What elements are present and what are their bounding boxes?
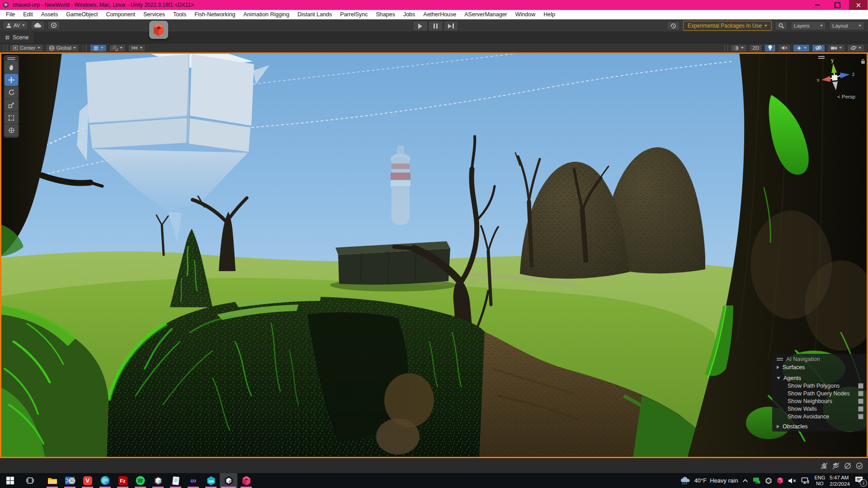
minimize-button[interactable] xyxy=(808,0,826,10)
menu-item-assets[interactable]: Assets xyxy=(37,11,62,18)
show-neighbours-checkbox[interactable] xyxy=(858,399,863,404)
gizmos-dropdown[interactable] xyxy=(847,44,864,52)
close-button[interactable] xyxy=(849,0,867,10)
check-circle-icon[interactable] xyxy=(855,462,863,470)
layers-disabled-icon[interactable] xyxy=(832,462,840,470)
effects-dropdown[interactable] xyxy=(793,44,810,52)
scene-render xyxy=(0,52,868,458)
scale-tool[interactable] xyxy=(5,99,18,111)
show-path-polygons-checkbox[interactable] xyxy=(858,383,863,389)
account-dropdown[interactable]: AV xyxy=(3,21,28,30)
panel-drag-handle[interactable] xyxy=(777,357,783,362)
menu-item-distant-lands[interactable]: Distant Lands xyxy=(293,11,336,18)
maximize-button[interactable] xyxy=(828,0,846,10)
chevron-down-icon xyxy=(140,47,142,49)
volume-muted-icon[interactable] xyxy=(788,478,797,484)
tray-remote-icon[interactable] xyxy=(753,477,760,484)
grid-magnet-icon xyxy=(112,45,118,51)
menu-item-help[interactable]: Help xyxy=(539,11,559,18)
draw-mode-dropdown[interactable] xyxy=(730,44,747,52)
menu-item-aservermanager[interactable]: AServerManager xyxy=(460,11,511,18)
orientation-mode-dropdown[interactable]: Global xyxy=(46,44,79,52)
layers-dropdown[interactable]: Layers xyxy=(791,21,826,30)
start-button[interactable] xyxy=(0,473,20,488)
taskbar-app-spotify[interactable] xyxy=(132,473,149,488)
menu-item-shapes[interactable]: Shapes xyxy=(372,11,399,18)
taskbar-app-mail[interactable]: 32 xyxy=(61,473,79,488)
pivot-mode-dropdown[interactable]: Center xyxy=(9,44,43,52)
overlay-drag-handle[interactable] xyxy=(4,57,19,60)
show-walls-checkbox[interactable] xyxy=(858,406,863,412)
rect-tool[interactable] xyxy=(5,112,18,124)
taskbar-app-notepad[interactable] xyxy=(167,473,184,488)
transform-tool[interactable] xyxy=(5,124,18,136)
taskbar-app-file-explorer[interactable] xyxy=(43,473,61,488)
pause-button[interactable] xyxy=(428,21,443,31)
taskbar-app-rider[interactable] xyxy=(237,473,255,488)
experimental-packages-button[interactable]: Experimental Packages In Use xyxy=(683,21,772,31)
custom-tool-cube-button[interactable] xyxy=(149,21,168,39)
show-path-query-nodes-checkbox[interactable] xyxy=(858,391,863,396)
version-control-button[interactable] xyxy=(47,21,60,30)
menu-item-parrelsync[interactable]: ParrelSync xyxy=(336,11,372,18)
taskbar-app-visual-studio[interactable]: ∞ xyxy=(184,473,202,488)
tab-scene[interactable]: Scene xyxy=(0,32,34,43)
show-avoidance-checkbox[interactable] xyxy=(858,414,863,419)
projection-label[interactable]: < Persp xyxy=(837,94,855,99)
layout-dropdown[interactable]: Layout xyxy=(829,21,864,30)
menu-item-gameobject[interactable]: GameObject xyxy=(62,11,102,18)
menu-item-edit[interactable]: Edit xyxy=(19,11,37,18)
debugger-disabled-icon[interactable] xyxy=(820,462,828,470)
search-button[interactable] xyxy=(775,21,788,30)
tray-expand-chevron-icon[interactable] xyxy=(742,479,748,483)
gizmo-lock-icon[interactable] xyxy=(861,59,865,64)
toolbar-drag-handle[interactable] xyxy=(4,45,7,51)
sync-disabled-icon[interactable] xyxy=(844,462,852,470)
menu-item-fish-networking[interactable]: Fish-Networking xyxy=(190,11,239,18)
gizmo-overlay-handle[interactable] xyxy=(818,55,825,60)
menu-item-component[interactable]: Component xyxy=(102,11,139,18)
taskbar-app-unity-editor[interactable] xyxy=(220,473,237,488)
surfaces-foldout[interactable]: Surfaces xyxy=(772,363,867,371)
menu-item-tools[interactable]: Tools xyxy=(169,11,190,18)
language-indicator[interactable]: ENG NO xyxy=(814,475,825,487)
taskbar-clock[interactable]: 5:47 AM 2/2/2024 xyxy=(830,474,850,487)
tray-unity-icon[interactable] xyxy=(765,477,772,484)
snap-settings-button[interactable] xyxy=(109,44,126,52)
weather-widget[interactable]: 40°F Heavy rain xyxy=(680,477,738,485)
2d-mode-toggle[interactable]: 2D xyxy=(749,44,762,52)
tray-rider-icon[interactable] xyxy=(777,477,783,484)
camera-settings-dropdown[interactable] xyxy=(827,44,845,52)
menu-item-services[interactable]: Services xyxy=(139,11,169,18)
menu-item-aetherhouse[interactable]: AetherHouse xyxy=(419,11,460,18)
scene-visibility-toggle[interactable] xyxy=(812,44,825,52)
clock-time: 5:47 AM xyxy=(830,474,850,481)
rotate-tool[interactable] xyxy=(5,86,18,99)
menu-item-file[interactable]: File xyxy=(2,11,19,18)
taskbar-app-vivaldi[interactable]: V xyxy=(79,473,96,488)
agents-foldout[interactable]: Agents xyxy=(772,374,867,382)
taskbar-app-filezilla[interactable]: Fz xyxy=(114,473,132,488)
taskbar-app-edge[interactable] xyxy=(96,473,114,488)
move-tool[interactable] xyxy=(5,74,18,86)
taskbar-app-unity-hub[interactable] xyxy=(149,473,167,488)
cloud-services-button[interactable] xyxy=(31,21,45,30)
obstacles-foldout[interactable]: Obstacles xyxy=(772,422,867,431)
grid-visibility-toggle[interactable] xyxy=(90,44,107,52)
menu-item-jobs[interactable]: Jobs xyxy=(399,11,419,18)
toolbar-drag-handle[interactable] xyxy=(724,45,728,51)
task-view-button[interactable] xyxy=(20,473,40,488)
step-button[interactable] xyxy=(443,21,458,31)
play-button[interactable] xyxy=(413,21,428,31)
increment-snap-button[interactable] xyxy=(128,44,146,52)
network-icon[interactable] xyxy=(801,477,810,484)
menu-item-animation-rigging[interactable]: Animation Rigging xyxy=(239,11,293,18)
lighting-toggle[interactable] xyxy=(764,44,776,52)
menu-item-window[interactable]: Window xyxy=(511,11,539,18)
undo-history-button[interactable] xyxy=(667,21,680,30)
taskbar-app-dotnet-tool[interactable]: DN xyxy=(202,473,220,488)
action-center-button[interactable]: 2 xyxy=(854,476,865,486)
audio-toggle[interactable] xyxy=(778,44,791,52)
view-hand-tool[interactable] xyxy=(5,61,18,73)
scene-viewport[interactable]: y x z < Persp AI Navigation Surfaces xyxy=(0,52,868,458)
